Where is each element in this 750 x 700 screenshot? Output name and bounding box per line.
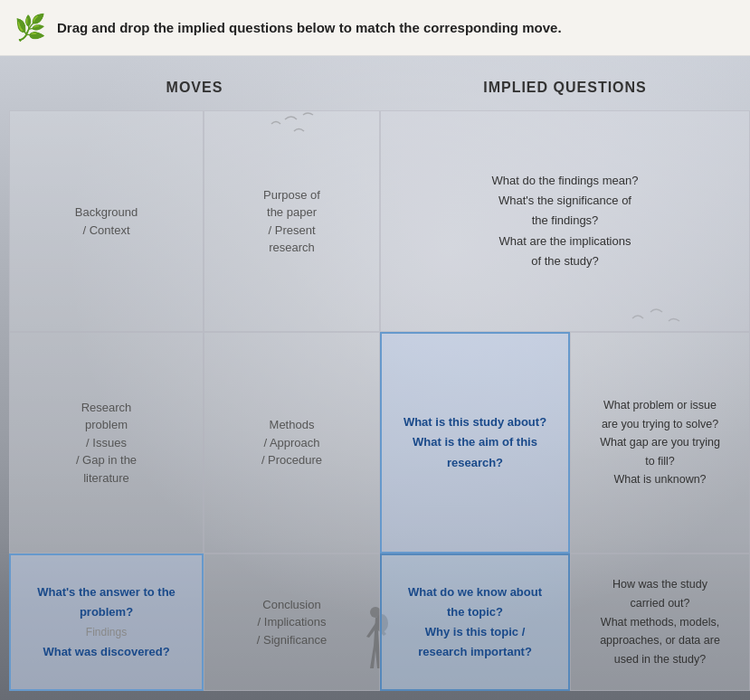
purpose-paper-text: Purpose ofthe paper/ Presentresearch	[263, 186, 320, 257]
background-context-cell[interactable]: Background/ Context	[9, 110, 204, 332]
implied-q-row2-col2-text: What problem or issueare you trying to s…	[600, 396, 720, 489]
implied-q-row3-col2-text: How was the studycarried out? What metho…	[600, 575, 720, 668]
implied-q-row3-col1-text: What do we know aboutthe topic? Why is t…	[408, 582, 542, 662]
feather-icon: 🌿	[14, 13, 46, 43]
background-context-text: Background/ Context	[75, 203, 138, 239]
implied-q-row2-col1-cell[interactable]: What is this study about? What is the ai…	[380, 332, 570, 553]
implied-q-row3-col1-cell[interactable]: What do we know aboutthe topic? Why is t…	[380, 553, 570, 691]
instruction-text: Drag and drop the implied questions belo…	[57, 20, 562, 35]
moves-column-header: MOVES	[9, 65, 380, 110]
methods-cell[interactable]: Methods/ Approach/ Procedure	[204, 332, 380, 553]
implied-q-row3-col2-cell[interactable]: How was the studycarried out? What metho…	[570, 553, 750, 691]
grid-container: MOVES IMPLIED QUESTIONS Background/ Cont…	[9, 65, 741, 691]
implied-q-row1-cell[interactable]: What do the findings mean? What's the si…	[380, 110, 750, 332]
purpose-paper-cell[interactable]: Purpose ofthe paper/ Presentresearch	[204, 110, 380, 332]
research-problem-cell[interactable]: Researchproblem/ Issues/ Gap in theliter…	[9, 332, 204, 553]
conclusion-text: Conclusion/ Implications/ Significance	[257, 596, 327, 649]
methods-text: Methods/ Approach/ Procedure	[261, 416, 322, 469]
main-area: MOVES IMPLIED QUESTIONS Background/ Cont…	[0, 56, 750, 700]
implied-q-row1-text: What do the findings mean? What's the si…	[492, 171, 639, 270]
drag-findings-cell[interactable]: What's the answer to theproblem? Finding…	[9, 553, 204, 691]
drag-findings-text: What's the answer to theproblem? Finding…	[37, 582, 176, 662]
implied-q-row2-col1-text: What is this study about? What is the ai…	[403, 412, 546, 472]
implied-q-row2-col2-cell[interactable]: What problem or issueare you trying to s…	[570, 332, 750, 553]
header: 🌿 Drag and drop the implied questions be…	[0, 0, 750, 56]
implied-questions-column-header: IMPLIED QUESTIONS	[380, 65, 750, 110]
conclusion-cell[interactable]: Conclusion/ Implications/ Significance	[204, 553, 380, 691]
research-problem-text: Researchproblem/ Issues/ Gap in theliter…	[76, 399, 137, 487]
